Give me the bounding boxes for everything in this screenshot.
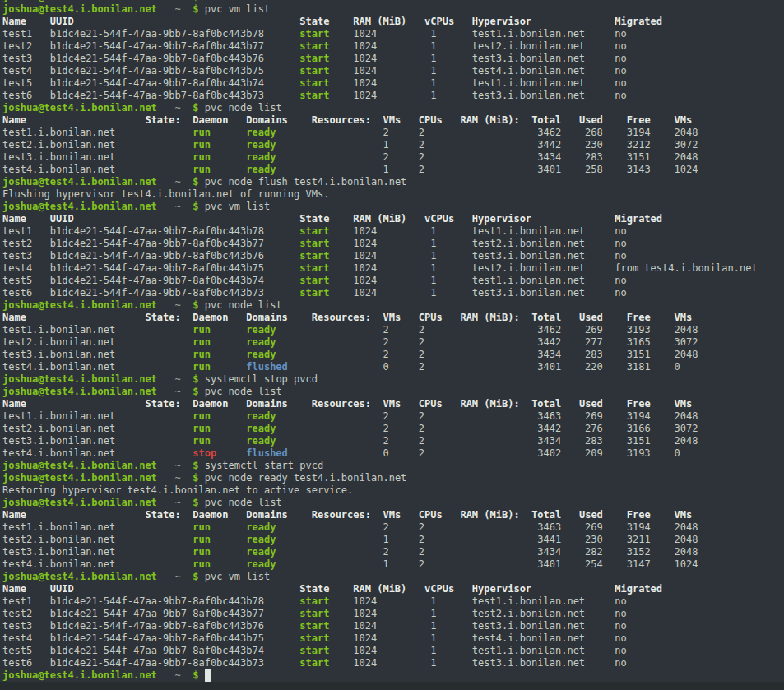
tmux-status-bar[interactable]: 0:htop 1:mon Ceph 2:mon HV 3:mon Route [0,682,784,690]
table-line: test4 b1dc4e21-544f-47aa-9bb7-8af0bc443b… [2,65,784,77]
table-line: Name State: Daemon Domains Resources: VM… [2,312,784,324]
prompt-line: joshua@test4.i.bonilan.net ~ $ systemctl… [2,373,784,386]
table-line: test5 b1dc4e21-544f-47aa-9bb7-8af0bc443b… [2,645,784,657]
table-line: test2.i.bonilan.net run ready 2 2 3442 2… [2,423,784,435]
table-line: test4.i.bonilan.net run ready 1 2 3401 2… [2,164,784,176]
table-line: test1.i.bonilan.net run ready 2 2 3463 2… [2,521,784,534]
table-line: test2 b1dc4e21-544f-47aa-9bb7-8af0bc443b… [2,608,784,620]
table-line: test4 b1dc4e21-544f-47aa-9bb7-8af0bc443b… [2,632,784,645]
table-line: test2.i.bonilan.net run ready 1 2 3441 2… [2,534,784,546]
table-line: test2.i.bonilan.net run ready 1 2 3442 2… [2,139,784,151]
table-line: test3.i.bonilan.net run ready 2 2 3434 2… [2,151,784,164]
table-line: test3.i.bonilan.net run ready 2 2 3434 2… [2,349,784,361]
output-line: Restoring hypervisor test4.i.bonilan.net… [2,484,784,497]
table-line: test6 b1dc4e21-544f-47aa-9bb7-8af0bc443b… [2,287,784,299]
terminal-output: joshua@test4.i.bonilan.net ~ $ joshua@te… [0,0,784,690]
prompt-line: joshua@test4.i.bonilan.net ~ $ pvc vm li… [2,3,784,16]
prompt-line: joshua@test4.i.bonilan.net ~ $ pvc node … [2,472,784,484]
table-line: test2.i.bonilan.net run ready 2 2 3442 2… [2,336,784,349]
table-line: test3 b1dc4e21-544f-47aa-9bb7-8af0bc443b… [2,250,784,262]
table-line: Name State: Daemon Domains Resources: VM… [2,114,784,127]
table-line: test1 b1dc4e21-544f-47aa-9bb7-8af0bc443b… [2,28,784,40]
table-line: test3 b1dc4e21-544f-47aa-9bb7-8af0bc443b… [2,620,784,632]
prompt-line: joshua@test4.i.bonilan.net ~ $ pvc node … [2,386,784,398]
terminal[interactable]: joshua@test4.i.bonilan.net ~ $ joshua@te… [0,0,784,690]
prompt-line: joshua@test4.i.bonilan.net ~ $ pvc node … [2,102,784,114]
text-cursor [205,669,211,682]
table-line: test4 b1dc4e21-544f-47aa-9bb7-8af0bc443b… [2,262,784,275]
prompt-line: joshua@test4.i.bonilan.net ~ $ [2,669,784,682]
output-line: Flushing hypervisor test4.i.bonilan.net … [2,188,784,201]
table-line: test1 b1dc4e21-544f-47aa-9bb7-8af0bc443b… [2,595,784,608]
table-line: test1 b1dc4e21-544f-47aa-9bb7-8af0bc443b… [2,225,784,238]
table-line: test1.i.bonilan.net run ready 2 2 3463 2… [2,410,784,423]
table-line: Name UUID State RAM (MiB) vCPUs Hypervis… [2,16,784,28]
prompt-line: joshua@test4.i.bonilan.net ~ $ systemctl… [2,460,784,472]
prompt-line: joshua@test4.i.bonilan.net ~ $ pvc vm li… [2,201,784,213]
prompt-line: joshua@test4.i.bonilan.net ~ $ pvc node … [2,176,784,188]
prompt-line: joshua@test4.i.bonilan.net ~ $ pvc node … [2,299,784,312]
table-line: test2 b1dc4e21-544f-47aa-9bb7-8af0bc443b… [2,238,784,250]
table-line: test3 b1dc4e21-544f-47aa-9bb7-8af0bc443b… [2,53,784,65]
prompt-line: joshua@test4.i.bonilan.net ~ $ pvc node … [2,497,784,509]
table-line: test5 b1dc4e21-544f-47aa-9bb7-8af0bc443b… [2,275,784,287]
table-line: test4.i.bonilan.net stop flushed 0 2 340… [2,447,784,460]
table-line: test5 b1dc4e21-544f-47aa-9bb7-8af0bc443b… [2,77,784,90]
table-line: Name UUID State RAM (MiB) vCPUs Hypervis… [2,583,784,595]
prompt-line: joshua@test4.i.bonilan.net ~ $ pvc vm li… [2,571,784,583]
table-line: test6 b1dc4e21-544f-47aa-9bb7-8af0bc443b… [2,90,784,102]
table-line: test4.i.bonilan.net run ready 1 2 3401 2… [2,558,784,571]
table-line: Name UUID State RAM (MiB) vCPUs Hypervis… [2,213,784,225]
table-line: test6 b1dc4e21-544f-47aa-9bb7-8af0bc443b… [2,657,784,669]
table-line: Name State: Daemon Domains Resources: VM… [2,398,784,410]
table-line: test1.i.bonilan.net run ready 2 2 3462 2… [2,127,784,139]
table-line: test2 b1dc4e21-544f-47aa-9bb7-8af0bc443b… [2,40,784,53]
table-line: test3.i.bonilan.net run ready 2 2 3434 2… [2,435,784,447]
table-line: test4.i.bonilan.net run flushed 0 2 3401… [2,361,784,373]
table-line: Name State: Daemon Domains Resources: VM… [2,509,784,521]
table-line: test3.i.bonilan.net run ready 2 2 3434 2… [2,546,784,558]
table-line: test1.i.bonilan.net run ready 2 2 3462 2… [2,324,784,336]
